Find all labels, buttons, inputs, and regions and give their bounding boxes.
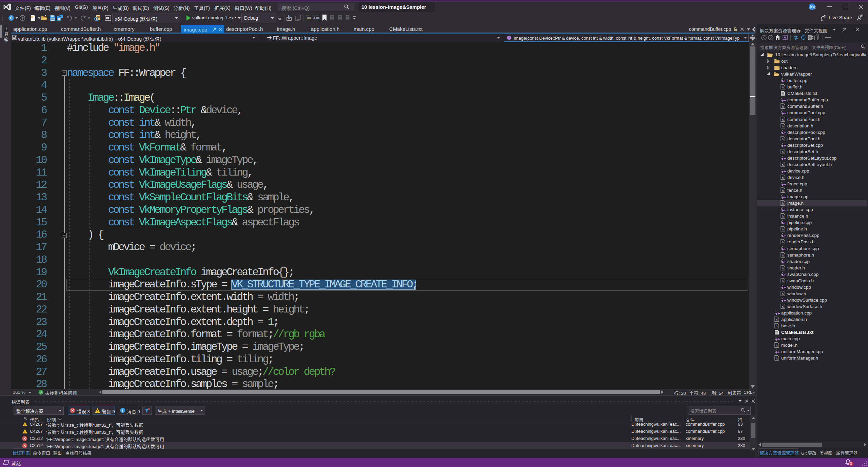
svg-text:h: h (782, 266, 784, 270)
svg-text:h: h (776, 325, 777, 328)
svg-text:h: h (782, 241, 784, 244)
svg-text:h: h (782, 253, 784, 257)
svg-text:h: h (776, 318, 777, 322)
svg-text:h: h (776, 344, 777, 347)
svg-text:h: h (782, 86, 784, 89)
svg-text:h: h (782, 118, 784, 121)
svg-text:h: h (782, 163, 784, 166)
svg-text:h: h (776, 357, 777, 360)
svg-text:h: h (782, 105, 784, 108)
svg-text:h: h (782, 228, 784, 231)
svg-text:h: h (782, 215, 784, 218)
svg-text:h: h (782, 137, 784, 141)
svg-text:h: h (782, 202, 784, 205)
svg-text:h: h (782, 189, 784, 192)
svg-text:h: h (782, 124, 784, 128)
svg-text:h: h (782, 292, 784, 296)
svg-text:h: h (782, 279, 784, 283)
svg-text:h: h (782, 305, 784, 308)
svg-text:h: h (782, 176, 784, 179)
svg-text:h: h (782, 150, 784, 154)
